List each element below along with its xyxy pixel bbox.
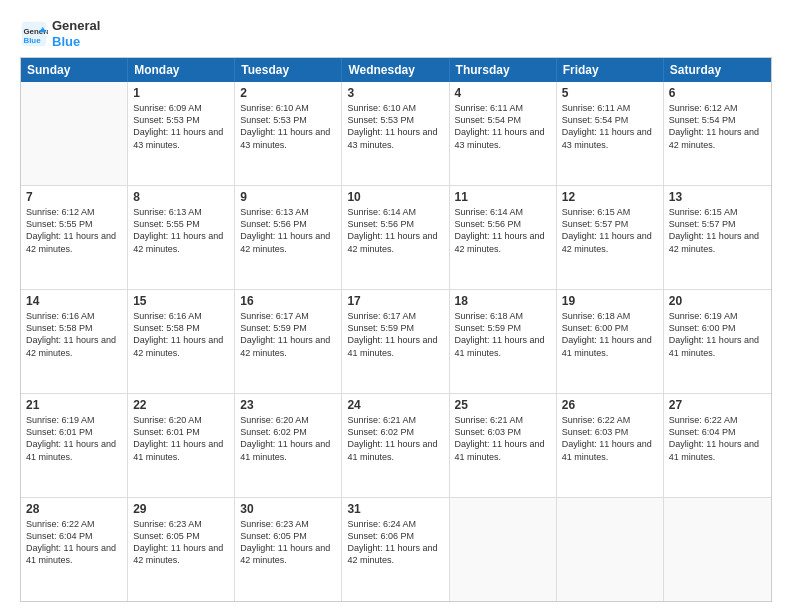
header-day-saturday: Saturday	[664, 58, 771, 82]
calendar-cell: 13Sunrise: 6:15 AM Sunset: 5:57 PM Dayli…	[664, 186, 771, 289]
calendar-cell: 19Sunrise: 6:18 AM Sunset: 6:00 PM Dayli…	[557, 290, 664, 393]
calendar-cell: 30Sunrise: 6:23 AM Sunset: 6:05 PM Dayli…	[235, 498, 342, 601]
day-number: 12	[562, 190, 658, 204]
calendar-row-0: 1Sunrise: 6:09 AM Sunset: 5:53 PM Daylig…	[21, 82, 771, 185]
header-day-monday: Monday	[128, 58, 235, 82]
cell-info: Sunrise: 6:18 AM Sunset: 5:59 PM Dayligh…	[455, 310, 551, 359]
calendar-cell: 14Sunrise: 6:16 AM Sunset: 5:58 PM Dayli…	[21, 290, 128, 393]
day-number: 20	[669, 294, 766, 308]
calendar-cell: 16Sunrise: 6:17 AM Sunset: 5:59 PM Dayli…	[235, 290, 342, 393]
day-number: 18	[455, 294, 551, 308]
cell-info: Sunrise: 6:23 AM Sunset: 6:05 PM Dayligh…	[133, 518, 229, 567]
day-number: 31	[347, 502, 443, 516]
cell-info: Sunrise: 6:17 AM Sunset: 5:59 PM Dayligh…	[347, 310, 443, 359]
day-number: 16	[240, 294, 336, 308]
svg-text:Blue: Blue	[24, 35, 42, 44]
calendar: SundayMondayTuesdayWednesdayThursdayFrid…	[20, 57, 772, 602]
cell-info: Sunrise: 6:19 AM Sunset: 6:01 PM Dayligh…	[26, 414, 122, 463]
cell-info: Sunrise: 6:09 AM Sunset: 5:53 PM Dayligh…	[133, 102, 229, 151]
header-day-tuesday: Tuesday	[235, 58, 342, 82]
cell-info: Sunrise: 6:11 AM Sunset: 5:54 PM Dayligh…	[455, 102, 551, 151]
header-day-thursday: Thursday	[450, 58, 557, 82]
calendar-row-4: 28Sunrise: 6:22 AM Sunset: 6:04 PM Dayli…	[21, 497, 771, 601]
cell-info: Sunrise: 6:22 AM Sunset: 6:04 PM Dayligh…	[26, 518, 122, 567]
page: General Blue General Blue SundayMondayTu…	[0, 0, 792, 612]
cell-info: Sunrise: 6:14 AM Sunset: 5:56 PM Dayligh…	[455, 206, 551, 255]
day-number: 3	[347, 86, 443, 100]
day-number: 29	[133, 502, 229, 516]
day-number: 7	[26, 190, 122, 204]
calendar-cell: 2Sunrise: 6:10 AM Sunset: 5:53 PM Daylig…	[235, 82, 342, 185]
day-number: 8	[133, 190, 229, 204]
calendar-cell	[664, 498, 771, 601]
calendar-row-1: 7Sunrise: 6:12 AM Sunset: 5:55 PM Daylig…	[21, 185, 771, 289]
calendar-cell: 5Sunrise: 6:11 AM Sunset: 5:54 PM Daylig…	[557, 82, 664, 185]
cell-info: Sunrise: 6:16 AM Sunset: 5:58 PM Dayligh…	[133, 310, 229, 359]
cell-info: Sunrise: 6:17 AM Sunset: 5:59 PM Dayligh…	[240, 310, 336, 359]
calendar-cell: 26Sunrise: 6:22 AM Sunset: 6:03 PM Dayli…	[557, 394, 664, 497]
cell-info: Sunrise: 6:18 AM Sunset: 6:00 PM Dayligh…	[562, 310, 658, 359]
cell-info: Sunrise: 6:20 AM Sunset: 6:01 PM Dayligh…	[133, 414, 229, 463]
calendar-cell: 12Sunrise: 6:15 AM Sunset: 5:57 PM Dayli…	[557, 186, 664, 289]
header-day-friday: Friday	[557, 58, 664, 82]
day-number: 24	[347, 398, 443, 412]
cell-info: Sunrise: 6:13 AM Sunset: 5:56 PM Dayligh…	[240, 206, 336, 255]
calendar-cell: 6Sunrise: 6:12 AM Sunset: 5:54 PM Daylig…	[664, 82, 771, 185]
cell-info: Sunrise: 6:21 AM Sunset: 6:03 PM Dayligh…	[455, 414, 551, 463]
calendar-cell: 31Sunrise: 6:24 AM Sunset: 6:06 PM Dayli…	[342, 498, 449, 601]
cell-info: Sunrise: 6:24 AM Sunset: 6:06 PM Dayligh…	[347, 518, 443, 567]
calendar-cell: 9Sunrise: 6:13 AM Sunset: 5:56 PM Daylig…	[235, 186, 342, 289]
header-day-wednesday: Wednesday	[342, 58, 449, 82]
day-number: 23	[240, 398, 336, 412]
calendar-cell: 8Sunrise: 6:13 AM Sunset: 5:55 PM Daylig…	[128, 186, 235, 289]
day-number: 14	[26, 294, 122, 308]
cell-info: Sunrise: 6:19 AM Sunset: 6:00 PM Dayligh…	[669, 310, 766, 359]
day-number: 5	[562, 86, 658, 100]
logo: General Blue General Blue	[20, 18, 100, 49]
day-number: 17	[347, 294, 443, 308]
calendar-cell	[557, 498, 664, 601]
cell-info: Sunrise: 6:12 AM Sunset: 5:55 PM Dayligh…	[26, 206, 122, 255]
cell-info: Sunrise: 6:23 AM Sunset: 6:05 PM Dayligh…	[240, 518, 336, 567]
calendar-cell: 4Sunrise: 6:11 AM Sunset: 5:54 PM Daylig…	[450, 82, 557, 185]
day-number: 15	[133, 294, 229, 308]
cell-info: Sunrise: 6:16 AM Sunset: 5:58 PM Dayligh…	[26, 310, 122, 359]
calendar-cell: 17Sunrise: 6:17 AM Sunset: 5:59 PM Dayli…	[342, 290, 449, 393]
day-number: 10	[347, 190, 443, 204]
day-number: 28	[26, 502, 122, 516]
cell-info: Sunrise: 6:15 AM Sunset: 5:57 PM Dayligh…	[562, 206, 658, 255]
day-number: 22	[133, 398, 229, 412]
calendar-body: 1Sunrise: 6:09 AM Sunset: 5:53 PM Daylig…	[21, 82, 771, 601]
cell-info: Sunrise: 6:20 AM Sunset: 6:02 PM Dayligh…	[240, 414, 336, 463]
day-number: 13	[669, 190, 766, 204]
calendar-cell: 1Sunrise: 6:09 AM Sunset: 5:53 PM Daylig…	[128, 82, 235, 185]
calendar-header: SundayMondayTuesdayWednesdayThursdayFrid…	[21, 58, 771, 82]
day-number: 19	[562, 294, 658, 308]
calendar-cell: 28Sunrise: 6:22 AM Sunset: 6:04 PM Dayli…	[21, 498, 128, 601]
calendar-cell: 21Sunrise: 6:19 AM Sunset: 6:01 PM Dayli…	[21, 394, 128, 497]
day-number: 11	[455, 190, 551, 204]
calendar-cell: 11Sunrise: 6:14 AM Sunset: 5:56 PM Dayli…	[450, 186, 557, 289]
cell-info: Sunrise: 6:22 AM Sunset: 6:03 PM Dayligh…	[562, 414, 658, 463]
calendar-row-3: 21Sunrise: 6:19 AM Sunset: 6:01 PM Dayli…	[21, 393, 771, 497]
calendar-cell: 18Sunrise: 6:18 AM Sunset: 5:59 PM Dayli…	[450, 290, 557, 393]
day-number: 30	[240, 502, 336, 516]
day-number: 2	[240, 86, 336, 100]
calendar-cell: 29Sunrise: 6:23 AM Sunset: 6:05 PM Dayli…	[128, 498, 235, 601]
cell-info: Sunrise: 6:10 AM Sunset: 5:53 PM Dayligh…	[240, 102, 336, 151]
day-number: 21	[26, 398, 122, 412]
cell-info: Sunrise: 6:21 AM Sunset: 6:02 PM Dayligh…	[347, 414, 443, 463]
calendar-row-2: 14Sunrise: 6:16 AM Sunset: 5:58 PM Dayli…	[21, 289, 771, 393]
cell-info: Sunrise: 6:15 AM Sunset: 5:57 PM Dayligh…	[669, 206, 766, 255]
calendar-cell: 15Sunrise: 6:16 AM Sunset: 5:58 PM Dayli…	[128, 290, 235, 393]
calendar-cell: 24Sunrise: 6:21 AM Sunset: 6:02 PM Dayli…	[342, 394, 449, 497]
cell-info: Sunrise: 6:22 AM Sunset: 6:04 PM Dayligh…	[669, 414, 766, 463]
day-number: 6	[669, 86, 766, 100]
day-number: 25	[455, 398, 551, 412]
calendar-cell: 20Sunrise: 6:19 AM Sunset: 6:00 PM Dayli…	[664, 290, 771, 393]
day-number: 26	[562, 398, 658, 412]
calendar-cell: 22Sunrise: 6:20 AM Sunset: 6:01 PM Dayli…	[128, 394, 235, 497]
logo-icon: General Blue	[20, 20, 48, 48]
calendar-cell	[450, 498, 557, 601]
calendar-cell: 27Sunrise: 6:22 AM Sunset: 6:04 PM Dayli…	[664, 394, 771, 497]
